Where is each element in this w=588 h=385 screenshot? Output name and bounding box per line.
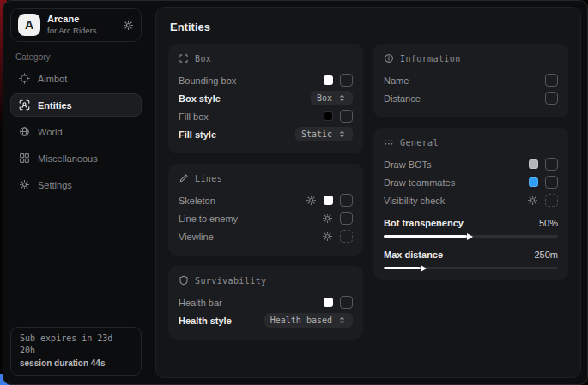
sidebar-item-entities[interactable]: Entities	[10, 93, 142, 117]
color-swatch[interactable]	[324, 196, 333, 205]
sidebar: A Arcane for Arc Riders Category	[3, 1, 149, 384]
sidebar-item-aimbot[interactable]: Aimbot	[10, 67, 142, 90]
setting-row-bounding-box: Bounding box	[179, 71, 353, 89]
checkbox[interactable]	[340, 296, 353, 309]
gear-icon[interactable]	[123, 20, 134, 31]
panel-box-header: Box	[179, 53, 353, 63]
setting-label: Bounding box	[179, 75, 236, 86]
slider-value: 250m	[534, 250, 558, 260]
setting-label: Health bar	[179, 298, 222, 308]
brand-name: Arcane	[47, 14, 116, 26]
category-label: Category	[15, 52, 142, 62]
gear-icon[interactable]	[306, 195, 317, 206]
setting-row-draw-teammates: Draw teammates	[384, 173, 558, 191]
brand-text: Arcane for Arc Riders	[47, 14, 116, 36]
checkbox[interactable]	[340, 110, 353, 123]
dots-grid-icon	[384, 137, 394, 147]
color-swatch[interactable]	[324, 75, 333, 85]
setting-label: Fill style	[179, 129, 216, 140]
box-style-dropdown[interactable]: Box	[311, 91, 353, 105]
chevron-up-down-icon	[337, 129, 347, 139]
main-area: Entities Box	[149, 1, 587, 384]
checkbox[interactable]	[545, 74, 558, 87]
setting-row-box-style: Box style Box	[179, 89, 353, 107]
sidebar-item-world[interactable]: World	[10, 120, 142, 143]
color-swatch[interactable]	[324, 298, 333, 307]
gear-icon[interactable]	[527, 195, 538, 206]
setting-label: Max distance	[384, 250, 443, 260]
sidebar-item-label: Miscellaneous	[38, 153, 98, 164]
pencil-line-icon	[179, 173, 189, 183]
gear-icon[interactable]	[322, 231, 333, 242]
checkbox[interactable]	[545, 158, 558, 171]
panel-title: General	[400, 138, 439, 147]
checkbox[interactable]	[340, 212, 353, 225]
shield-icon	[179, 275, 189, 286]
brand-logo: A	[18, 14, 40, 36]
panel-survivability: Survivability Health bar Health styl	[168, 266, 363, 340]
panel-survivability-header: Survivability	[179, 275, 353, 286]
right-column: Information Name Distance	[373, 44, 568, 340]
sidebar-item-label: World	[38, 127, 63, 137]
sub-expiry-text: Sub expires in 23d 20h	[20, 333, 132, 358]
setting-row-health-style: Health style Health based	[179, 311, 353, 329]
app-window: A Arcane for Arc Riders Category	[0, 0, 588, 385]
sidebar-item-miscellaneous[interactable]: Miscellaneous	[10, 147, 142, 170]
sidebar-item-settings[interactable]: Settings	[10, 173, 142, 196]
setting-label: Box style	[179, 93, 221, 104]
panel-information-header: Information	[384, 53, 558, 63]
setting-label: Health style	[179, 316, 232, 326]
color-swatch[interactable]	[529, 177, 538, 187]
panel-title: Survivability	[195, 276, 266, 286]
setting-row-draw-bots: Draw BOTs	[384, 155, 558, 173]
setting-row-distance: Distance	[384, 89, 558, 107]
info-icon	[384, 53, 394, 63]
gear-icon	[19, 179, 30, 190]
panel-lines: Lines Skeleton	[168, 164, 363, 256]
sidebar-item-label: Entities	[38, 100, 72, 111]
gear-icon[interactable]	[322, 213, 333, 224]
menu-window: A Arcane for Arc Riders Category	[3, 0, 588, 385]
panel-general: General Draw BOTs Draw teammates	[373, 128, 568, 280]
setting-label: Draw teammates	[384, 177, 455, 188]
slider-fill[interactable]	[384, 235, 467, 238]
max-distance-slider[interactable]	[384, 267, 558, 269]
setting-row-line-to-enemy: Line to enemy	[179, 209, 353, 227]
setting-label: Draw BOTs	[384, 159, 432, 170]
slider-fill[interactable]	[384, 267, 421, 269]
setting-row-viewline: Viewline	[179, 227, 353, 245]
checkbox[interactable]	[340, 194, 353, 207]
color-swatch[interactable]	[529, 159, 538, 169]
sidebar-item-label: Settings	[38, 180, 72, 190]
health-style-dropdown[interactable]: Health based	[264, 313, 353, 328]
page-title: Entities	[170, 21, 568, 33]
subscription-card: Sub expires in 23d 20h session duration …	[10, 327, 142, 376]
panel-title: Information	[400, 54, 461, 63]
setting-row-visibility-check: Visibility check	[384, 191, 558, 209]
sidebar-item-label: Aimbot	[38, 74, 67, 84]
checkbox[interactable]	[545, 92, 558, 105]
brand-subtitle: for Arc Riders	[47, 26, 116, 36]
setting-row-health-bar: Health bar	[179, 293, 353, 311]
setting-label: Distance	[384, 93, 421, 104]
grid-icon	[19, 153, 30, 164]
fill-style-dropdown[interactable]: Static	[295, 127, 353, 141]
bot-transparency-slider[interactable]	[384, 235, 558, 238]
setting-row-skeleton: Skeleton	[179, 191, 353, 209]
panel-box: Box Bounding box Box style	[168, 44, 363, 153]
chevron-up-down-icon	[337, 316, 347, 325]
globe-icon	[19, 126, 30, 137]
setting-label: Name	[384, 75, 409, 86]
setting-label: Skeleton	[179, 196, 215, 206]
checkbox[interactable]	[545, 194, 558, 207]
slider-value: 50%	[539, 218, 558, 228]
checkbox[interactable]	[340, 230, 353, 243]
panel-information: Information Name Distance	[373, 44, 568, 117]
session-duration-text: session duration 44s	[20, 358, 132, 370]
color-swatch[interactable]	[324, 111, 333, 121]
checkbox[interactable]	[340, 74, 353, 87]
setting-row-name: Name	[384, 71, 558, 89]
setting-row-fill-style: Fill style Static	[179, 125, 353, 143]
dropdown-value: Box	[317, 93, 332, 103]
checkbox[interactable]	[545, 176, 558, 189]
